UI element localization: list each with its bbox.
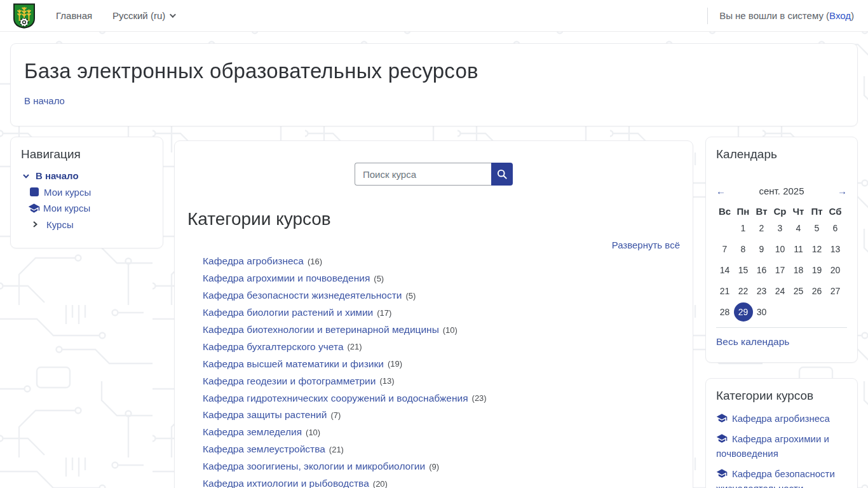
side-category-link[interactable]: Кафедра безопасности жизнедеятельности bbox=[716, 468, 835, 488]
calendar-day[interactable]: 16 bbox=[752, 259, 771, 280]
calendar-block: Календарь ← сент. 2025 → Вс Пн Вт Ср Чт … bbox=[705, 137, 858, 363]
chevron-down-icon[interactable] bbox=[22, 172, 30, 180]
side-category-link[interactable]: Кафедра агрохимии и почвоведения bbox=[716, 433, 829, 459]
category-link[interactable]: Кафедра земледелия bbox=[203, 426, 302, 438]
language-label: Русский (ru) bbox=[112, 10, 165, 21]
category-link[interactable]: Кафедра высшей математики и физики bbox=[203, 358, 384, 370]
category-link[interactable]: Кафедра гидротехнических сооружений и во… bbox=[203, 393, 468, 404]
category-link[interactable]: Кафедра бухгалтерского учета bbox=[203, 341, 344, 353]
calendar-day bbox=[771, 301, 789, 322]
calendar-day[interactable]: 24 bbox=[771, 280, 789, 301]
nav-item-label[interactable]: Мои курсы bbox=[43, 203, 90, 214]
calendar-day[interactable]: 13 bbox=[826, 238, 844, 259]
category-count: (21) bbox=[329, 445, 344, 454]
breadcrumb-home-link[interactable]: В начало bbox=[24, 95, 65, 106]
graduation-cap-icon bbox=[716, 468, 728, 479]
nav-home-link[interactable]: Главная bbox=[56, 10, 92, 21]
list-item: Кафедра гидротехнических сооружений и во… bbox=[203, 390, 680, 407]
calendar-day[interactable]: 28 bbox=[715, 301, 734, 322]
page-header: База электронных образовательных ресурсо… bbox=[10, 43, 858, 126]
calendar-day[interactable]: 2 bbox=[752, 217, 771, 238]
calendar-day[interactable]: 23 bbox=[752, 280, 771, 301]
category-count: (19) bbox=[388, 359, 402, 369]
nav-item-home-label[interactable]: В начало bbox=[36, 170, 79, 181]
calendar-day[interactable]: 14 bbox=[715, 259, 734, 280]
list-item: Кафедра биологии растений и химии(17) bbox=[203, 304, 680, 322]
calendar-day[interactable]: 12 bbox=[808, 238, 826, 259]
category-count: (20) bbox=[373, 479, 388, 488]
category-count: (10) bbox=[306, 428, 320, 437]
search-button[interactable] bbox=[491, 163, 513, 186]
calendar-day[interactable]: 4 bbox=[789, 217, 808, 238]
calendar-day[interactable]: 1 bbox=[734, 217, 752, 238]
calendar-day[interactable]: 21 bbox=[715, 280, 734, 301]
nav-item-home[interactable]: В начало bbox=[21, 168, 153, 184]
category-count: (13) bbox=[379, 376, 394, 386]
calendar-day[interactable]: 22 bbox=[734, 280, 752, 301]
category-link[interactable]: Кафедра землеустройства bbox=[203, 444, 325, 455]
course-categories-block: Категории курсов Кафедра агробизнеса Каф… bbox=[705, 378, 858, 488]
category-link[interactable]: Кафедра агробизнеса bbox=[203, 255, 304, 267]
university-logo-icon[interactable] bbox=[13, 3, 36, 29]
category-link[interactable]: Кафедра защиты растений bbox=[203, 409, 327, 421]
expand-all-link[interactable]: Развернуть всё bbox=[612, 240, 680, 250]
calendar-prev-arrow[interactable]: ← bbox=[716, 186, 735, 196]
full-calendar-link[interactable]: Весь календарь bbox=[716, 336, 789, 348]
calendar-day[interactable]: 19 bbox=[808, 259, 826, 280]
calendar-month-label: сент. 2025 bbox=[735, 186, 828, 196]
category-count: (23) bbox=[472, 393, 487, 403]
calendar-day bbox=[826, 301, 844, 322]
page-title: База электронных образовательных ресурсо… bbox=[24, 59, 857, 83]
category-link[interactable]: Кафедра геодезии и фотограмметрии bbox=[203, 376, 376, 387]
nav-item-my-courses-2[interactable]: Мои курсы bbox=[21, 200, 153, 217]
list-item: Кафедра агробизнеса bbox=[716, 411, 847, 426]
calendar-day[interactable]: 3 bbox=[771, 217, 789, 238]
side-category-list: Кафедра агробизнеса Кафедра агрохимии и … bbox=[716, 411, 847, 488]
category-link[interactable]: Кафедра биотехнологии и ветеринарной мед… bbox=[203, 324, 439, 336]
list-item: Кафедра ихтиологии и рыбоводства(20) bbox=[203, 475, 680, 488]
calendar-day[interactable]: 27 bbox=[826, 280, 844, 301]
calendar-day[interactable]: 10 bbox=[771, 238, 789, 259]
nav-item-label[interactable]: Мои курсы bbox=[44, 187, 91, 198]
search-input[interactable] bbox=[355, 163, 491, 186]
calendar-day[interactable]: 8 bbox=[734, 238, 752, 259]
calendar-day[interactable]: 25 bbox=[789, 280, 808, 301]
calendar-day[interactable]: 17 bbox=[771, 259, 789, 280]
main-content: Категории курсов Развернуть всё Кафедра … bbox=[174, 140, 693, 488]
calendar-nav: ← сент. 2025 → bbox=[716, 186, 847, 196]
calendar-day[interactable]: 11 bbox=[789, 238, 808, 259]
chevron-right-icon[interactable] bbox=[32, 220, 39, 228]
calendar-next-arrow[interactable]: → bbox=[828, 186, 847, 196]
calendar-day[interactable]: 30 bbox=[752, 301, 771, 322]
login-status-suffix: ) bbox=[851, 10, 854, 21]
calendar-day[interactable]: 7 bbox=[715, 238, 734, 259]
top-navbar: Главная Русский (ru) Вы не вошли в систе… bbox=[0, 0, 868, 32]
nav-item-courses[interactable]: Курсы bbox=[21, 217, 153, 233]
navigation-tree: В начало Мои курсы Мои курсы Курсы bbox=[21, 168, 153, 233]
category-link[interactable]: Кафедра агрохимии и почвоведения bbox=[203, 273, 370, 284]
calendar-day[interactable]: 6 bbox=[826, 217, 844, 238]
calendar-day[interactable]: 18 bbox=[789, 259, 808, 280]
calendar-day-selected[interactable]: 29 bbox=[734, 302, 753, 322]
list-item: Кафедра биотехнологии и ветеринарной мед… bbox=[203, 322, 680, 339]
list-item: Кафедра бухгалтерского учета(21) bbox=[203, 338, 680, 355]
graduation-cap-icon bbox=[28, 202, 40, 214]
list-item: Кафедра геодезии и фотограмметрии(13) bbox=[203, 372, 680, 390]
category-link[interactable]: Кафедра безопасности жизнедеятельности bbox=[203, 290, 402, 301]
nav-item-label[interactable]: Курсы bbox=[46, 219, 74, 230]
side-category-link[interactable]: Кафедра агробизнеса bbox=[732, 413, 830, 424]
category-count: (5) bbox=[405, 291, 416, 301]
list-item: Кафедра высшей математики и физики(19) bbox=[203, 355, 680, 372]
category-link[interactable]: Кафедра зоогигиены, экологии и микробиол… bbox=[203, 461, 425, 472]
nav-item-my-courses-1[interactable]: Мои курсы bbox=[21, 184, 153, 201]
list-item: Кафедра землеустройства(21) bbox=[203, 441, 680, 458]
category-link[interactable]: Кафедра биологии растений и химии bbox=[203, 307, 373, 318]
calendar-day[interactable]: 20 bbox=[826, 259, 844, 280]
category-link[interactable]: Кафедра ихтиологии и рыбоводства bbox=[203, 478, 369, 488]
language-menu[interactable]: Русский (ru) bbox=[112, 10, 174, 21]
calendar-day[interactable]: 26 bbox=[808, 280, 826, 301]
calendar-day[interactable]: 15 bbox=[734, 259, 752, 280]
calendar-day[interactable]: 5 bbox=[808, 217, 826, 238]
calendar-day[interactable]: 9 bbox=[752, 238, 771, 259]
login-link[interactable]: Вход bbox=[829, 10, 851, 21]
